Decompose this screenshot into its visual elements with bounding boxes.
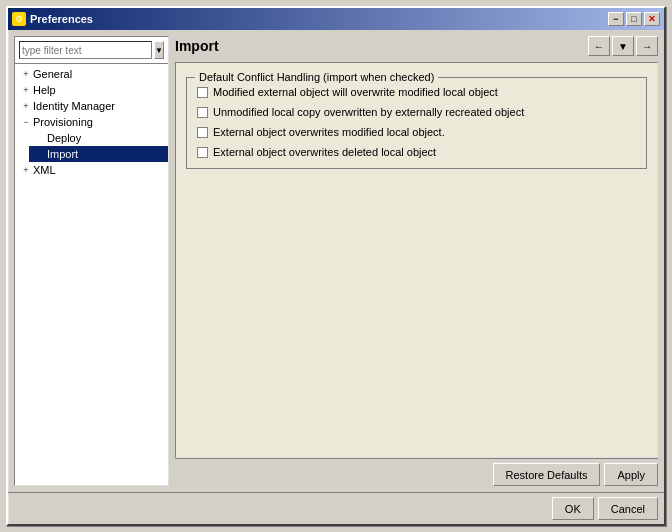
ok-button[interactable]: OK: [552, 497, 594, 520]
conflict-handling-group: Default Conflict Handling (import when c…: [186, 77, 647, 169]
tree-label-identity-manager: Identity Manager: [33, 100, 115, 112]
dialog-footer: OK Cancel: [8, 492, 664, 524]
tree-item-help[interactable]: + Help: [15, 82, 168, 98]
checkbox-2[interactable]: [197, 107, 208, 118]
right-header: Import ← ▼ →: [175, 36, 658, 56]
tree-item-general[interactable]: + General: [15, 66, 168, 82]
content-area: ▼ + General + Help + Identity Manager: [8, 30, 664, 492]
preferences-window: ⚙ Preferences − □ ✕ ▼ + General: [6, 6, 666, 526]
main-split: ▼ + General + Help + Identity Manager: [14, 36, 658, 486]
right-panel: Import ← ▼ → Default Conflict Handling (…: [175, 36, 658, 486]
window-title: Preferences: [30, 13, 93, 25]
nav-forward-button[interactable]: →: [636, 36, 658, 56]
right-content: Default Conflict Handling (import when c…: [175, 62, 658, 458]
tree-toggle-provisioning: −: [19, 115, 33, 129]
tree-label-deploy: Deploy: [47, 132, 81, 144]
checkbox-label-3: External object overwrites modified loca…: [213, 126, 445, 138]
tree-item-import[interactable]: Import: [29, 146, 168, 162]
checkbox-1[interactable]: [197, 87, 208, 98]
checkbox-3[interactable]: [197, 127, 208, 138]
window-icon: ⚙: [12, 12, 26, 26]
tree-toggle-help: +: [19, 83, 33, 97]
tree-toggle-import: [33, 147, 47, 161]
checkbox-item-4: External object overwrites deleted local…: [197, 146, 636, 158]
maximize-button[interactable]: □: [626, 12, 642, 26]
bottom-bar: Restore Defaults Apply: [175, 458, 658, 486]
tree-toggle-general: +: [19, 67, 33, 81]
tree-item-provisioning[interactable]: − Provisioning: [15, 114, 168, 130]
checkbox-label-1: Modified external object will overwrite …: [213, 86, 498, 98]
tree-item-identity-manager[interactable]: + Identity Manager: [15, 98, 168, 114]
tree-label-provisioning: Provisioning: [33, 116, 93, 128]
nav-back-button[interactable]: ←: [588, 36, 610, 56]
left-panel: ▼ + General + Help + Identity Manager: [14, 36, 169, 486]
tree-label-import: Import: [47, 148, 78, 160]
tree-item-deploy[interactable]: Deploy: [29, 130, 168, 146]
checkbox-item-2: Unmodified local copy overwritten by ext…: [197, 106, 636, 118]
tree-label-help: Help: [33, 84, 56, 96]
cancel-button[interactable]: Cancel: [598, 497, 658, 520]
title-bar: ⚙ Preferences − □ ✕: [8, 8, 664, 30]
apply-button[interactable]: Apply: [604, 463, 658, 486]
checkbox-4[interactable]: [197, 147, 208, 158]
tree-area: + General + Help + Identity Manager − Pr…: [15, 64, 168, 485]
close-button[interactable]: ✕: [644, 12, 660, 26]
title-buttons: − □ ✕: [608, 12, 660, 26]
tree-item-xml[interactable]: + XML: [15, 162, 168, 178]
checkbox-item-1: Modified external object will overwrite …: [197, 86, 636, 98]
tree-label-general: General: [33, 68, 72, 80]
minimize-button[interactable]: −: [608, 12, 624, 26]
filter-dropdown-button[interactable]: ▼: [154, 41, 164, 59]
checkbox-label-4: External object overwrites deleted local…: [213, 146, 436, 158]
right-panel-title: Import: [175, 38, 219, 54]
nav-buttons: ← ▼ →: [588, 36, 658, 56]
group-box-legend: Default Conflict Handling (import when c…: [195, 71, 438, 83]
checkbox-label-2: Unmodified local copy overwritten by ext…: [213, 106, 524, 118]
restore-defaults-button[interactable]: Restore Defaults: [493, 463, 601, 486]
tree-label-xml: XML: [33, 164, 56, 176]
filter-bar: ▼: [15, 37, 168, 64]
checkbox-item-3: External object overwrites modified loca…: [197, 126, 636, 138]
tree-toggle-xml: +: [19, 163, 33, 177]
tree-toggle-identity-manager: +: [19, 99, 33, 113]
nav-dropdown-button[interactable]: ▼: [612, 36, 634, 56]
title-bar-left: ⚙ Preferences: [12, 12, 93, 26]
filter-input[interactable]: [19, 41, 152, 59]
tree-toggle-deploy: [33, 131, 47, 145]
